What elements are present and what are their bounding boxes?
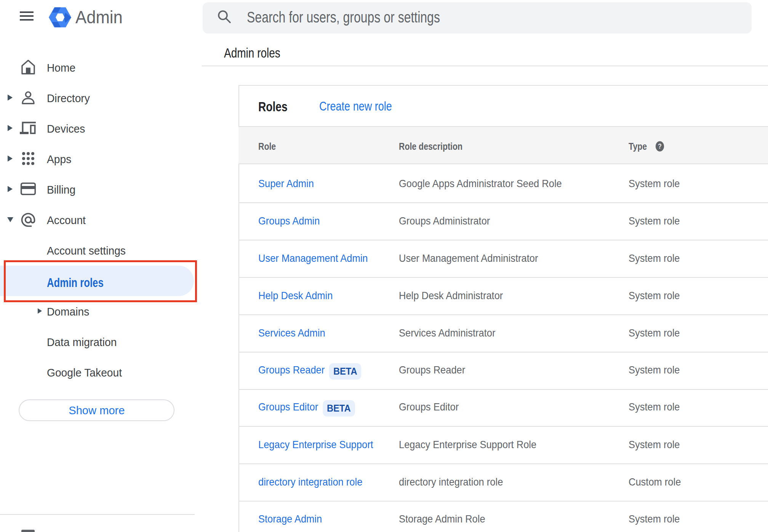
svg-text:?: ? [658, 142, 662, 151]
